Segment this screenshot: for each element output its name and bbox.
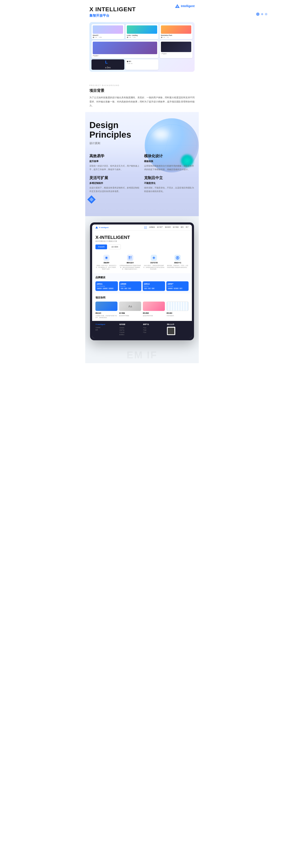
efficient-svg: [105, 256, 108, 260]
principle-flexible-sub: 多维定制组件: [90, 182, 140, 185]
collab-grid: 团队协作 元知团队可对接、共创并参与到每个项目中，协助项目推进。 Aa 设计模板…: [96, 302, 188, 318]
svg-rect-14: [130, 258, 132, 259]
collab-team-img: [96, 302, 117, 311]
design-subtitle: 设计原则: [90, 142, 194, 145]
feature-flexible-label: 灵活可扩展: [143, 262, 165, 264]
logo-icon: [175, 4, 180, 8]
principle-efficient: 高效易学 提升效率 采取统一的设计语言、组件及交互方式，用户能快速上手，提升工作…: [90, 153, 140, 171]
collab-template-desc: 提供多种不同模板: [119, 315, 141, 316]
feature-modular-label: 模块化设计: [119, 262, 141, 264]
tablet-nav-items: 首页 品牌建设 设计资产 项目协同 设计资源 规范 用户: [144, 226, 188, 229]
tablet-brand-section: 品牌建设 品牌定位 Brand Positioning 品牌宣言 品牌愿景 品牌…: [92, 273, 192, 293]
nav-item-home[interactable]: 首页: [144, 226, 147, 229]
feature-neutral-desc: 保持克制，不随意变化，不官从，以适应项目和团队为前提做出相应的变化。: [167, 265, 188, 268]
mockup-card-3: Illustration Pack ⬤ 1.1k♡ 3k: [160, 24, 192, 39]
principle-modular-desc: 运用现有的模板模块自行搭建常用的模板，满足业务所求的前提下将模板组装，准确且迅速…: [144, 164, 194, 171]
dashboard-mockup: HimoCC ⬤ 1.2k♡ 230k Leula - Landing ⬤ 1.…: [90, 22, 194, 72]
collab-template: Aa 设计模板 提供多种不同模板: [119, 302, 141, 318]
svg-marker-7: [96, 226, 98, 228]
tablet-hero-title: X-INTELLIGENT: [96, 235, 188, 240]
tablet-features-grid: 高效易学 采取统一的设计语言，组件及交互方式，用户能快速上手，提升工作效率，降低…: [92, 255, 192, 273]
tablet-footer: ✕ Intelligent 元知科技集团 相关资源 元知首页元知产品产品文档联系…: [92, 321, 192, 338]
mockup-card-white: ⬤ 设计 • 1.2k • 5k: [126, 59, 158, 70]
brand-card-positioning: 品牌定位 Brand Positioning 品牌宣言 品牌愿景 品牌使命: [96, 281, 118, 291]
feature-efficient-icon: [103, 255, 110, 261]
footer-products-items: 产品A产品B产品C: [143, 327, 165, 333]
project-title: 项目背景: [90, 88, 194, 93]
nav-item-asset[interactable]: 设计资产: [157, 226, 163, 229]
project-desc: 为了让元知科技集团的设计输出具有集团属性、亲其好、一致的用户体验，同时最大程度适…: [90, 96, 194, 108]
feature-flexible-desc: 在设计原则下，根据业务需求定制样式，多维度定制组件交互形式以适应各类业务场景。: [143, 265, 165, 270]
mockup-card-2: Leula - Landing ⬤ 1.4k♡ 2.9k: [126, 24, 158, 39]
collab-project: 团头项目 专有对接形式: [167, 302, 188, 318]
collab-section-title: 项目协同: [96, 296, 188, 300]
logo-text: Intelligent: [181, 4, 194, 8]
footer-col-brand: ✕ Intelligent 元知科技集团: [96, 323, 117, 336]
collab-project-desc: 专有对接形式: [167, 315, 188, 316]
footer-brand-desc: 元知科技集团: [96, 327, 117, 331]
mockup-card-4: • 产品设计: [160, 40, 192, 58]
principle-modular-title: 模块化设计: [144, 153, 194, 158]
footer-grid: ✕ Intelligent 元知科技集团 相关资源 元知首页元知产品产品文档联系…: [96, 323, 188, 336]
tablet-section: ✕ Intelligent 首页 品牌建设 设计资产 项目协同 设计资源 规范 …: [85, 216, 199, 346]
feature-modular: 模块化设计 运用现有的模板模块自行搭建常用的模板，满足业务所求的前提下将模板组装…: [119, 255, 141, 270]
feature-neutral-label: 克制且中立: [167, 262, 188, 264]
collab-team-title: 团队协作: [96, 312, 117, 314]
principle-neutral-sub: 不随意变化: [144, 182, 194, 185]
project-background-section: PROJECT BACKGROUND 项目背景 为了让元知科技集团的设计输出具有…: [85, 80, 199, 112]
blue-chevron-decoration: [87, 195, 96, 204]
brand-card-asset: 品牌资产 Brand Asset 品牌规范 设计规范 资产: [166, 281, 189, 291]
collab-resource-desc: 提供多种组件资源: [143, 315, 165, 316]
footer-contact-title: 团队公众号: [167, 323, 189, 326]
top-right-logo[interactable]: Intelligent: [175, 4, 194, 8]
collab-template-img: Aa: [119, 302, 141, 311]
feature-flexible: 灵活可扩展 在设计原则下，根据业务需求定制样式，多维度定制组件交互形式以适应各类…: [143, 255, 165, 270]
tablet-nav-logo: ✕ Intelligent: [96, 226, 109, 228]
tablet-device: ✕ Intelligent 首页 品牌建设 设计资产 项目协同 设计资源 规范 …: [90, 222, 194, 340]
design-principles-section: Design Principles 设计原则 高效易学 提升效率 采取统一的设计…: [85, 112, 199, 216]
svg-point-19: [177, 257, 178, 258]
principle-flexible-title: 灵活可扩展: [90, 175, 140, 180]
tablet-hero-subtitle: 提供完整的设计方案解决方案: [96, 240, 188, 242]
principle-flexible-desc: 在设计原则下，根据业务需求定制样式，多维度定制组件交互形式以适应各类业务场景。: [90, 186, 140, 193]
watermark: EM IF: [127, 349, 157, 361]
collab-team-desc: 元知团队可对接、共创并参与到每个项目中，协助项目推进。: [96, 315, 117, 318]
btn-start[interactable]: 开始使用: [96, 245, 107, 249]
tablet-screen: ✕ Intelligent 首页 品牌建设 设计资产 项目协同 设计资源 规范 …: [92, 224, 192, 338]
brand-card-dna: 品牌基因 Brand DNA 主色 辅色 字体: [119, 281, 142, 291]
footer-col-contact: 团队公众号: [167, 323, 189, 336]
neutral-svg: [176, 256, 179, 260]
nav-item-user[interactable]: 用户: [186, 226, 188, 229]
project-label: PROJECT BACKGROUND: [90, 84, 194, 86]
tablet-hero-buttons: 开始使用 设计原则: [96, 245, 188, 249]
principle-modular: 模块化设计 模板组装 运用现有的模板模块自行搭建常用的模板，满足业务所求的前提下…: [144, 153, 194, 171]
feature-modular-desc: 运用现有的模板模块自行搭建常用的模板，满足业务所求的前提下将模板组装，准确且迅速…: [119, 265, 141, 270]
mockup-grid: HimoCC ⬤ 1.2k♡ 230k Leula - Landing ⬤ 1.…: [92, 24, 192, 39]
nav-item-collab[interactable]: 项目协同: [165, 226, 171, 229]
footer-col-products: 推荐产品 产品A产品B产品C: [143, 323, 165, 336]
feature-modular-icon: [127, 255, 133, 261]
principle-flexible: 灵活可扩展 多维定制组件 在设计原则下，根据业务需求定制样式，多维度定制组件交互…: [90, 175, 140, 193]
collab-resource: 团头资源 提供多种组件资源: [143, 302, 165, 318]
footer-qr-code: [167, 327, 175, 335]
mockup-card-dark: La Des: [92, 59, 124, 70]
feature-efficient-desc: 采取统一的设计语言，组件及交互方式，用户能快速上手，提升工作效率，降低学习成本。: [96, 265, 117, 270]
design-title: Design Principles: [90, 120, 194, 140]
nav-item-resource[interactable]: 设计资源: [173, 226, 179, 229]
btn-principles[interactable]: 设计原则: [109, 245, 121, 249]
feature-efficient: 高效易学 采取统一的设计语言，组件及交互方式，用户能快速上手，提升工作效率，降低…: [96, 255, 117, 270]
mockup-large-card: 产品设计: [92, 40, 158, 58]
footer-products-title: 推荐产品: [143, 323, 165, 326]
nav-item-spec[interactable]: 规范: [181, 226, 184, 229]
collab-project-img: [167, 302, 188, 311]
principles-grid: 高效易学 提升效率 采取统一的设计语言、组件及交互方式，用户能快速上手，提升工作…: [90, 153, 194, 193]
feature-flexible-icon: [151, 255, 157, 261]
tablet-collab-section: 项目协同 团队协作 元知团队可对接、共创并参与到每个项目中，协助项目推进。 Aa…: [92, 293, 192, 321]
collab-resource-title: 团头资源: [143, 312, 165, 314]
svg-rect-13: [129, 258, 130, 259]
feature-neutral: 克制且中立 保持克制，不随意变化，不官从，以适应项目和团队为前提做出相应的变化。: [167, 255, 188, 270]
principle-efficient-sub: 提升效率: [90, 160, 140, 163]
hero-section: Intelligent X INTELLIGENT 集智开放平台 HimoCC …: [85, 0, 199, 80]
brand-section-title: 品牌建设: [96, 276, 188, 279]
nav-item-brand[interactable]: 品牌建设: [149, 226, 155, 229]
